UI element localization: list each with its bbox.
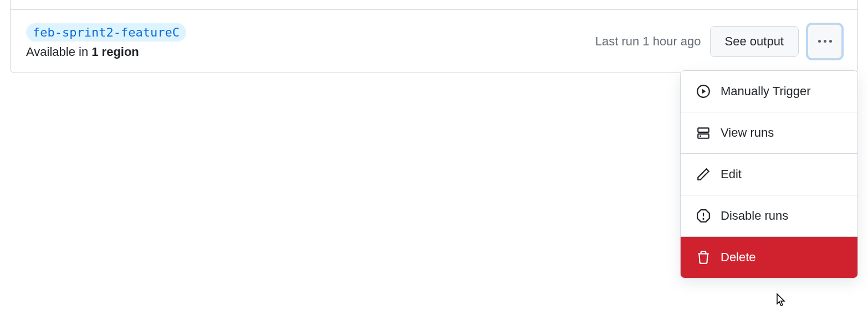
svg-rect-3	[698, 134, 709, 138]
dots-horizontal-icon	[818, 40, 832, 43]
alert-octagon-icon	[696, 209, 711, 223]
function-info: feb-sprint2-featureC Available in 1 regi…	[26, 23, 586, 59]
availability-count: 1 region	[91, 45, 139, 59]
svg-point-7	[703, 219, 703, 219]
menu-item-manually-trigger[interactable]: Manually Trigger	[681, 71, 857, 112]
previous-card-edge	[10, 0, 858, 10]
availability-prefix: Available in	[26, 45, 91, 59]
menu-item-label: Delete	[721, 250, 756, 265]
menu-item-label: Edit	[721, 167, 742, 182]
menu-item-disable-runs[interactable]: Disable runs	[681, 195, 857, 237]
actions-dropdown: Manually Trigger View runs Edit Dis	[680, 70, 858, 278]
menu-item-label: View runs	[721, 126, 774, 140]
availability-text: Available in 1 region	[26, 45, 586, 59]
menu-item-label: Manually Trigger	[721, 84, 811, 99]
pencil-icon	[696, 167, 711, 182]
function-tag: feb-sprint2-featureC	[26, 23, 186, 42]
server-icon	[696, 126, 711, 140]
see-output-button[interactable]: See output	[710, 26, 799, 57]
menu-item-edit[interactable]: Edit	[681, 154, 857, 195]
svg-marker-1	[702, 89, 706, 94]
menu-item-view-runs[interactable]: View runs	[681, 112, 857, 154]
trash-icon	[696, 250, 711, 265]
svg-rect-2	[698, 128, 709, 132]
last-run-text: Last run 1 hour ago	[595, 34, 701, 49]
menu-item-delete[interactable]: Delete	[681, 237, 857, 278]
cursor-pointer-icon	[773, 293, 787, 312]
play-circle-icon	[696, 84, 711, 99]
menu-item-label: Disable runs	[721, 209, 788, 223]
function-row: feb-sprint2-featureC Available in 1 regi…	[10, 10, 858, 73]
more-actions-button[interactable]	[808, 24, 842, 59]
